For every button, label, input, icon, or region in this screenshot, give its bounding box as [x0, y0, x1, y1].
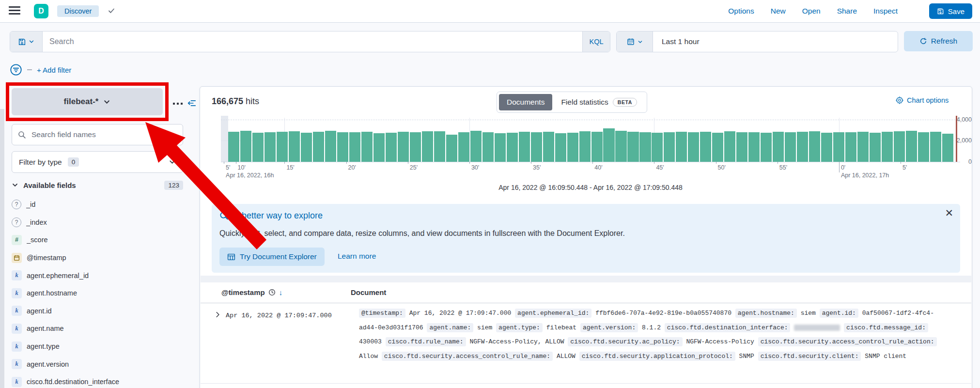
histogram-bar[interactable] [567, 133, 578, 162]
try-document-explorer-button[interactable]: Try Document Explorer [219, 248, 325, 266]
histogram-bar[interactable] [773, 132, 784, 162]
histogram-bar[interactable] [736, 132, 747, 162]
field-list-item[interactable]: @timestamp [12, 249, 183, 267]
histogram-bar[interactable] [240, 131, 251, 162]
histogram-bar[interactable] [627, 132, 638, 162]
histogram-chart[interactable] [221, 116, 960, 162]
histogram-bar[interactable] [797, 132, 808, 162]
field-list-item[interactable]: kagent.version [12, 355, 183, 373]
query-language-button[interactable]: KQL [582, 31, 610, 52]
histogram-bar[interactable] [615, 131, 626, 162]
histogram-bar[interactable] [664, 132, 675, 162]
field-list-item[interactable]: kagent.id [12, 302, 183, 320]
histogram-bar[interactable] [845, 132, 856, 162]
histogram-bar[interactable] [337, 132, 348, 162]
tab-documents[interactable]: Documents [499, 94, 552, 110]
field-list-item[interactable]: kagent.type [12, 338, 183, 356]
menu-icon[interactable] [9, 6, 20, 16]
available-fields-header[interactable]: Available fields 123 [12, 178, 183, 192]
histogram-bar[interactable] [531, 132, 542, 162]
histogram-bar[interactable] [712, 133, 723, 162]
histogram-bar[interactable] [519, 132, 530, 162]
search-input[interactable] [43, 31, 582, 52]
histogram-bar[interactable] [930, 132, 941, 162]
histogram-bar[interactable] [495, 133, 506, 162]
histogram-bar[interactable] [603, 128, 614, 162]
field-list-item[interactable]: kagent.hostname [12, 284, 183, 302]
saved-query-menu-button[interactable] [10, 31, 43, 52]
index-pattern-switcher[interactable]: filebeat-* [12, 88, 163, 115]
save-button[interactable]: Save [929, 3, 972, 19]
histogram-bar[interactable] [894, 131, 905, 162]
histogram-bar[interactable] [301, 133, 312, 162]
histogram-bar[interactable] [482, 132, 494, 162]
histogram-bar[interactable] [277, 132, 288, 162]
histogram-bar[interactable] [688, 132, 699, 162]
timestamp-column-header[interactable]: @timestamp ↓ [221, 288, 282, 296]
histogram-bar[interactable] [591, 132, 603, 162]
topbar-action-inspect[interactable]: Inspect [873, 7, 898, 16]
histogram-bar[interactable] [724, 131, 735, 162]
histogram-bar[interactable] [458, 132, 469, 162]
histogram-bar[interactable] [470, 131, 482, 162]
close-icon[interactable]: ✕ [945, 208, 953, 218]
histogram-bar[interactable] [252, 133, 264, 162]
histogram-bar[interactable] [398, 132, 409, 162]
histogram-bar[interactable] [386, 133, 397, 162]
refresh-button[interactable]: Refresh [904, 31, 973, 51]
histogram-bar[interactable] [507, 133, 518, 162]
field-list-item[interactable]: kagent.name [12, 320, 183, 338]
histogram-bar[interactable] [809, 131, 820, 162]
histogram-bar[interactable] [264, 132, 276, 162]
learn-more-link[interactable]: Learn more [338, 252, 376, 261]
histogram-bar[interactable] [313, 132, 324, 162]
field-list-item[interactable]: ?_index [12, 214, 183, 232]
time-range-button[interactable]: Last 1 hour [653, 37, 708, 46]
field-search-input[interactable] [31, 130, 177, 140]
histogram-bar[interactable] [434, 131, 445, 162]
histogram-bar[interactable] [410, 132, 421, 162]
histogram-bar[interactable] [882, 132, 893, 162]
histogram-bar[interactable] [639, 132, 651, 162]
topbar-action-new[interactable]: New [771, 7, 786, 16]
field-list-item[interactable]: kcisco.ftd.destination_interface [12, 373, 183, 388]
histogram-bar[interactable] [833, 132, 844, 162]
histogram-bar[interactable] [918, 132, 929, 162]
filter-by-type[interactable]: Filter by type 0 [12, 151, 183, 173]
histogram-bar[interactable] [906, 131, 917, 162]
filter-icon[interactable] [10, 63, 22, 76]
breadcrumb[interactable]: Discover [57, 5, 99, 17]
histogram-bar[interactable] [228, 132, 239, 162]
topbar-action-options[interactable]: Options [728, 7, 754, 16]
boxes-horizontal-icon[interactable] [172, 100, 183, 107]
field-list-item[interactable]: ?_id [12, 196, 183, 214]
histogram-bar[interactable] [422, 131, 433, 162]
histogram-bar[interactable] [942, 134, 953, 162]
chart-options-button[interactable]: Chart options [896, 96, 949, 104]
date-quick-select-button[interactable] [617, 31, 653, 52]
histogram-bar[interactable] [676, 132, 687, 162]
scrollbar[interactable] [0, 109, 4, 388]
histogram-bar[interactable] [446, 135, 457, 162]
document-column-header[interactable]: Document [351, 288, 386, 296]
topbar-action-open[interactable]: Open [802, 7, 821, 16]
expand-row-icon[interactable] [214, 311, 221, 318]
histogram-bar[interactable] [289, 131, 300, 162]
histogram-bar[interactable] [579, 131, 591, 162]
topbar-action-share[interactable]: Share [837, 7, 857, 16]
tab-field-statistics[interactable]: Field statisticsBETA [553, 94, 645, 110]
histogram-bar[interactable] [870, 133, 881, 162]
add-filter-button[interactable]: + Add filter [37, 66, 71, 74]
field-list-item[interactable]: kagent.ephemeral_id [12, 266, 183, 284]
field-list-item[interactable]: #_score [12, 231, 183, 249]
histogram-bar[interactable] [821, 133, 832, 162]
histogram-bar[interactable] [700, 132, 711, 162]
histogram-bar[interactable] [652, 133, 663, 162]
collapse-sidebar-icon[interactable] [187, 99, 197, 108]
sort-descending-icon[interactable]: ↓ [279, 288, 283, 296]
histogram-bar[interactable] [543, 132, 554, 162]
histogram-bar[interactable] [761, 133, 772, 162]
histogram-bar[interactable] [373, 133, 385, 162]
histogram-bar[interactable] [325, 131, 336, 162]
histogram-bar[interactable] [748, 132, 760, 162]
